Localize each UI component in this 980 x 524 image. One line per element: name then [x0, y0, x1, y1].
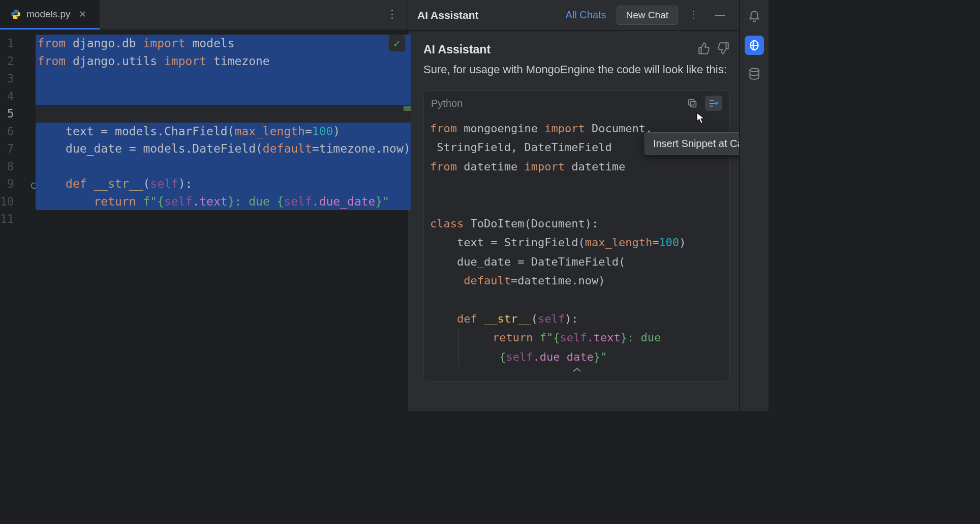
code-language-label: Python — [431, 98, 684, 109]
mouse-cursor-icon — [696, 112, 706, 124]
editor-body[interactable]: 1234 5678 91011 from django.db import mo… — [0, 31, 408, 411]
ai-body: AI Assistant Sure, for usage with MongoE… — [408, 31, 739, 411]
thumbs-up-icon[interactable] — [697, 42, 711, 57]
svg-point-3 — [750, 68, 758, 72]
all-chats-link[interactable]: All Chats — [561, 6, 611, 24]
ai-header-title: AI Assistant — [417, 9, 479, 21]
tab-strip-menu-icon[interactable]: ⋯ — [386, 9, 399, 21]
message-text: Sure, for usage with MongoEngine the cod… — [423, 61, 730, 78]
tab-models-py[interactable]: models.py ✕ — [0, 0, 100, 30]
ai-header: AI Assistant All Chats New Chat ⋯ — — [408, 0, 739, 31]
expand-chevron-icon[interactable] — [572, 361, 582, 380]
app-root: models.py ✕ ⋯ 1234 5678 91011 from djang… — [0, 0, 769, 411]
ai-assistant-tool-icon[interactable] — [745, 36, 764, 55]
ai-assistant-pane: AI Assistant All Chats New Chat ⋯ — AI A… — [408, 0, 739, 411]
svg-rect-1 — [690, 101, 696, 107]
python-file-icon — [10, 9, 21, 20]
tab-strip: models.py ✕ ⋯ — [0, 0, 408, 31]
insert-snippet-icon[interactable] — [705, 96, 722, 111]
message-header: AI Assistant — [423, 42, 730, 57]
current-line-highlight — [36, 105, 411, 123]
inspection-ok-icon[interactable]: ✓ — [388, 35, 406, 52]
thumbs-down-icon[interactable] — [717, 42, 730, 57]
svg-rect-2 — [689, 100, 694, 105]
new-chat-button[interactable]: New Chat — [617, 6, 678, 25]
ai-header-menu-icon[interactable]: ⋯ — [683, 6, 705, 24]
copy-code-icon[interactable] — [684, 96, 701, 111]
message-author: AI Assistant — [423, 43, 697, 56]
code-area[interactable]: from django.db import models from django… — [36, 31, 411, 411]
database-tool-icon[interactable] — [745, 64, 764, 83]
minimize-icon[interactable]: — — [710, 6, 730, 24]
editor-pane: models.py ✕ ⋯ 1234 5678 91011 from djang… — [0, 0, 408, 411]
notifications-icon[interactable] — [745, 7, 764, 26]
right-tool-strip — [739, 0, 769, 411]
tooltip-insert-snippet: Insert Snippet at Caret — [645, 132, 739, 155]
gutter: 1234 5678 91011 — [0, 31, 36, 411]
tab-filename: models.py — [26, 9, 71, 20]
tab-close-icon[interactable]: ✕ — [76, 7, 89, 22]
